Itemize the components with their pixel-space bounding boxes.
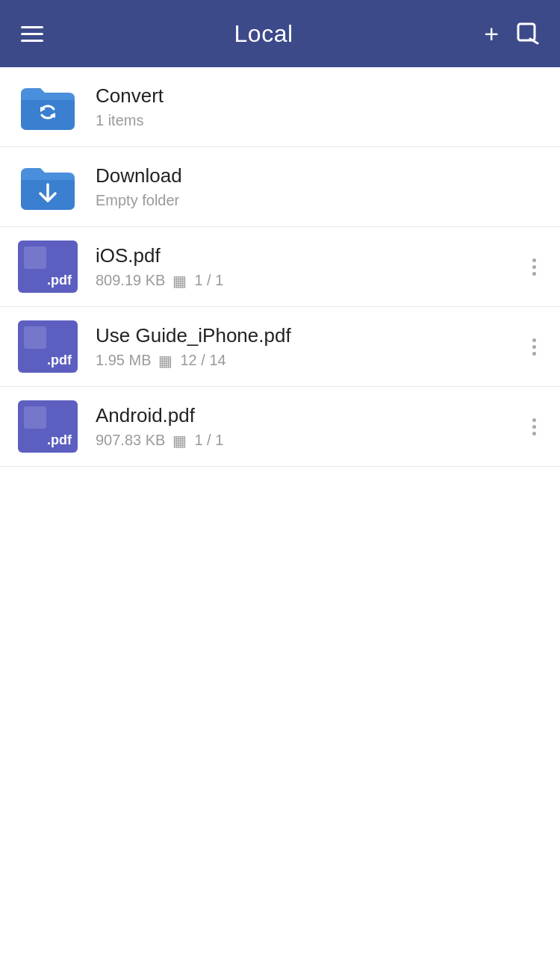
- edit-icon[interactable]: [517, 22, 539, 45]
- pdf-file-icon: .pdf: [18, 400, 78, 453]
- page-count: 12 / 14: [180, 352, 225, 369]
- page-count: 1 / 1: [194, 272, 223, 289]
- app-header: Local +: [0, 0, 560, 67]
- file-size: 1.95 MB: [96, 352, 151, 369]
- add-button[interactable]: +: [484, 21, 499, 46]
- page-count-icon: ▦: [172, 272, 187, 290]
- item-name: Convert: [96, 84, 542, 108]
- list-item[interactable]: .pdf Use Guide_iPhone.pdf 1.95 MB ▦ 12 /…: [0, 307, 560, 387]
- file-size: 809.19 KB: [96, 272, 165, 289]
- svg-rect-0: [518, 24, 535, 40]
- item-content: Use Guide_iPhone.pdf 1.95 MB ▦ 12 / 14: [96, 324, 526, 370]
- item-content: Convert 1 items: [96, 84, 542, 129]
- pdf-label: .pdf: [47, 273, 72, 288]
- pdf-label: .pdf: [47, 353, 72, 368]
- list-item[interactable]: Download Empty folder: [0, 147, 560, 227]
- page-title: Local: [234, 20, 293, 48]
- item-content: iOS.pdf 809.19 KB ▦ 1 / 1: [96, 244, 526, 290]
- item-meta: Empty folder: [96, 192, 542, 209]
- file-size: 907.83 KB: [96, 432, 165, 449]
- folder-icon: [18, 161, 78, 213]
- list-item[interactable]: Convert 1 items: [0, 67, 560, 147]
- item-meta: 1.95 MB ▦ 12 / 14: [96, 352, 526, 370]
- item-content: Download Empty folder: [96, 164, 542, 209]
- pdf-file-icon: .pdf: [18, 320, 78, 373]
- more-options-button[interactable]: [526, 332, 542, 362]
- item-name: Android.pdf: [96, 404, 526, 427]
- pdf-file-icon: .pdf: [18, 241, 78, 293]
- page-count: 1 / 1: [194, 432, 223, 449]
- file-list: Convert 1 items Download Empty folder .p…: [0, 67, 560, 467]
- item-meta: 907.83 KB ▦ 1 / 1: [96, 432, 526, 450]
- item-name: Download: [96, 164, 542, 187]
- list-item[interactable]: .pdf iOS.pdf 809.19 KB ▦ 1 / 1: [0, 227, 560, 307]
- item-name: Use Guide_iPhone.pdf: [96, 324, 526, 347]
- item-name: iOS.pdf: [96, 244, 526, 267]
- page-count-icon: ▦: [158, 352, 172, 370]
- hamburger-menu-icon[interactable]: [21, 26, 43, 42]
- page-count-icon: ▦: [172, 432, 187, 450]
- item-meta: 1 items: [96, 112, 542, 129]
- list-item[interactable]: .pdf Android.pdf 907.83 KB ▦ 1 / 1: [0, 387, 560, 467]
- more-options-button[interactable]: [526, 252, 542, 282]
- folder-icon: [18, 81, 78, 133]
- header-actions: +: [484, 21, 539, 46]
- more-options-button[interactable]: [526, 412, 542, 441]
- pdf-label: .pdf: [47, 432, 72, 448]
- item-content: Android.pdf 907.83 KB ▦ 1 / 1: [96, 404, 526, 450]
- item-meta: 809.19 KB ▦ 1 / 1: [96, 272, 526, 290]
